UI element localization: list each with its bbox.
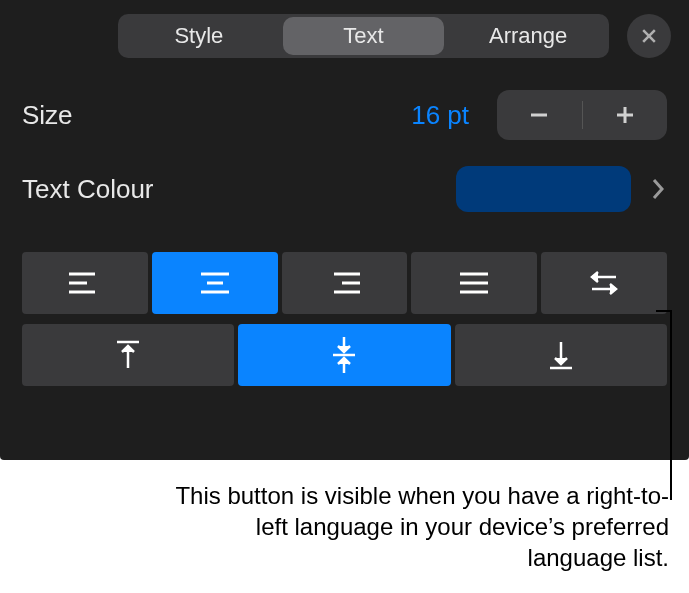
format-panel: Style Text Arrange Size 16 pt Text Colou… [0,0,689,460]
align-middle-icon [329,335,359,375]
align-top-button[interactable] [22,324,234,386]
align-center-button[interactable] [152,252,278,314]
align-justify-button[interactable] [411,252,537,314]
align-middle-button[interactable] [238,324,450,386]
callout-text: This button is visible when you have a r… [168,480,669,574]
align-right-icon [324,270,364,296]
text-colour-disclosure[interactable] [649,178,667,200]
text-colour-label: Text Colour [22,174,438,205]
text-colour-swatch[interactable] [456,166,631,212]
text-colour-row: Text Colour [0,166,689,212]
vertical-align-group [0,324,689,386]
align-left-icon [65,270,105,296]
close-button[interactable] [627,14,671,58]
tab-segmented-control: Style Text Arrange [118,14,609,58]
close-icon [639,26,659,46]
size-increase-button[interactable] [583,90,668,140]
rtl-direction-button[interactable] [541,252,667,314]
align-bottom-button[interactable] [455,324,667,386]
align-top-icon [113,338,143,372]
align-center-icon [195,270,235,296]
minus-icon [527,103,551,127]
size-decrease-button[interactable] [497,90,582,140]
horizontal-align-group [0,252,689,314]
tab-style[interactable]: Style [118,14,280,58]
tab-text[interactable]: Text [283,17,445,55]
align-right-button[interactable] [282,252,408,314]
size-value[interactable]: 16 pt [411,100,469,131]
tabs-row: Style Text Arrange [0,0,689,58]
align-justify-icon [454,270,494,296]
plus-icon [613,103,637,127]
rtl-arrows-icon [584,269,624,297]
size-label: Size [22,100,393,131]
size-row: Size 16 pt [0,90,689,140]
tab-arrange[interactable]: Arrange [447,14,609,58]
chevron-right-icon [652,178,664,200]
align-left-button[interactable] [22,252,148,314]
align-bottom-icon [546,338,576,372]
callout-leader-line [670,310,672,500]
size-stepper [497,90,667,140]
